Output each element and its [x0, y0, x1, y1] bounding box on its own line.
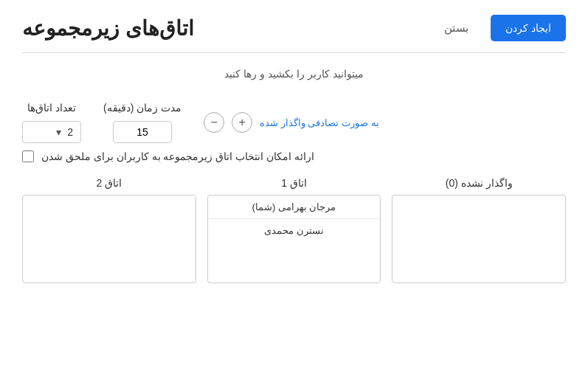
room-title-1: اتاق 1	[281, 177, 307, 189]
add-room-button[interactable]: +	[232, 112, 252, 133]
page-header: ایجاد کردن بستن اتاق‌های زیرمجموعه	[22, 15, 566, 53]
rooms-count-dropdown[interactable]: 2 ▾	[22, 121, 81, 143]
room-title-2: اتاق 2	[96, 177, 122, 189]
page-title: اتاق‌های زیرمجموعه	[22, 16, 194, 41]
join-option-checkbox[interactable]	[22, 150, 34, 162]
remove-room-button[interactable]: −	[204, 112, 224, 133]
create-button[interactable]: ایجاد کردن	[491, 15, 566, 41]
room-box-2[interactable]	[22, 195, 196, 283]
room-column-1: اتاق 1 مرجان بهرامی (شما) نسترن محمدی	[207, 177, 381, 283]
room-column-unassigned: واگذار نشده (0)	[392, 177, 566, 283]
duration-controls	[113, 121, 172, 143]
room-column-2: اتاق 2	[22, 177, 196, 283]
dropdown-arrow-icon: ▾	[56, 126, 61, 138]
duration-input[interactable]	[113, 121, 172, 143]
room-member-1-2: نسترن محمدی	[208, 219, 381, 242]
left-section: به صورت تصادفی واگذار شده + −	[204, 112, 378, 133]
subtitle-text: میتوانید کاربر را بکشید و رها کنید	[22, 68, 566, 80]
rooms-count-group: تعداد اتاق‌ها 2 ▾	[22, 102, 81, 143]
room-title-unassigned: واگذار نشده (0)	[446, 177, 513, 189]
duration-label: مدت زمان (دقیقه)	[103, 102, 181, 114]
rooms-count-controls: 2 ▾	[22, 121, 81, 143]
rooms-count-label: تعداد اتاق‌ها	[27, 102, 76, 114]
room-box-unassigned[interactable]	[392, 195, 566, 283]
close-button[interactable]: بستن	[437, 18, 476, 38]
duration-group: مدت زمان (دقیقه)	[103, 102, 181, 143]
settings-controls-row: به صورت تصادفی واگذار شده + − مدت زمان (…	[22, 102, 566, 143]
room-box-1[interactable]: مرجان بهرامی (شما) نسترن محمدی	[207, 195, 381, 283]
random-label: به صورت تصادفی واگذار شده	[260, 117, 378, 128]
rooms-row: واگذار نشده (0) اتاق 1 مرجان بهرامی (شما…	[22, 177, 566, 283]
rooms-count-value: 2	[67, 126, 73, 138]
room-member-1-1: مرجان بهرامی (شما)	[208, 196, 381, 219]
checkbox-label: ارائه امکان انتخاب اتاق زیرمجموعه به کار…	[41, 150, 314, 162]
right-section: مدت زمان (دقیقه) تعداد اتاق‌ها 2 ▾	[22, 102, 181, 143]
header-actions: ایجاد کردن بستن	[437, 15, 566, 41]
checkbox-row: ارائه امکان انتخاب اتاق زیرمجموعه به کار…	[22, 150, 566, 162]
